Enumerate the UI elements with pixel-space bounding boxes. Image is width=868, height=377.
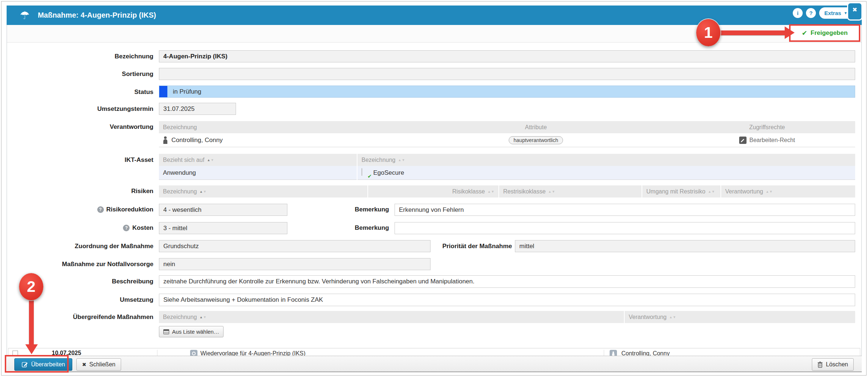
close-button[interactable]: ✖ <box>847 2 862 21</box>
ikt-row-asset[interactable]: ✔ EgoSecure <box>357 166 855 180</box>
help-button[interactable]: ? <box>806 8 816 18</box>
schliessen-button[interactable]: ✖ Schließen <box>76 358 121 371</box>
wiedervorlage-icon <box>190 350 197 356</box>
sort-icons: ▲▼ <box>487 190 494 193</box>
green-check-icon: ✔ <box>367 173 372 179</box>
notfallvorsorge-input[interactable]: nein <box>159 258 431 270</box>
sort-icons: ▲▼ <box>200 190 207 193</box>
sortierung-label: Sortierung <box>7 70 153 78</box>
column-divider <box>604 350 604 356</box>
wiedervorlage-title: Wiedervorlage für 4-Augen-Prinzip (IKS) <box>200 350 305 356</box>
prioritaet-label: Priorität der Maßnahme <box>402 243 512 250</box>
question-circle-icon[interactable]: ? <box>97 206 104 213</box>
attribute-pill: hauptverantwortlich <box>509 136 563 144</box>
released-status-annotation-box: ✔ Freigegeben <box>789 24 860 42</box>
status-value: in Prüfung <box>173 88 201 95</box>
verantwortung-attribute-cell: hauptverantwortlich <box>488 133 584 147</box>
released-status-badge: Freigegeben <box>811 29 848 37</box>
annotation-arrow-2-shaft <box>29 298 34 345</box>
kosten-label: ? Kosten <box>7 224 153 232</box>
loeschen-label: Löschen <box>826 361 848 368</box>
ikt-col-bezeichnung[interactable]: Bezeichnung ▲▼ <box>357 154 855 166</box>
uebergreifend-col-bezeichnung[interactable]: Bezeichnung ▲▼ <box>159 311 624 323</box>
check-icon: ✔ <box>802 29 807 37</box>
list-icon <box>163 329 169 334</box>
sort-icons: ▲▼ <box>398 158 405 162</box>
row-checkbox[interactable] <box>12 351 18 356</box>
measure-dialog-screen: ☂ Maßnahme: 4-Augen-Prinzip (IKS) i ? Ex… <box>0 0 868 377</box>
wiedervorlage-row-clipped[interactable]: 10.07.2025 Wiedervorlage für 4-Augen-Pri… <box>8 348 860 356</box>
risiken-col-risikoklasse[interactable]: Risikoklasse ▲▼ <box>368 185 498 197</box>
annotation-arrow-2-head <box>25 344 38 354</box>
ueberarbeiten-button[interactable]: Überarbeiten <box>14 358 72 371</box>
umsetzungstermin-input[interactable]: 31.07.2025 <box>159 103 236 115</box>
zuordnung-input[interactable]: Grundschutz <box>159 240 431 252</box>
dialog-titlebar: ☂ Maßnahme: 4-Augen-Prinzip (IKS) <box>7 6 862 25</box>
edit-right-icon <box>739 137 747 144</box>
verantwortung-col-zugriffsrechte: Zugriffsrechte <box>719 121 815 133</box>
column-divider <box>157 350 157 356</box>
loeschen-button[interactable]: Löschen <box>812 358 854 371</box>
verantwortung-col-bezeichnung: Bezeichnung <box>163 124 197 131</box>
info-icon: i <box>797 10 798 16</box>
sort-icons: ▲▼ <box>669 315 676 319</box>
risiken-col-umgang[interactable]: Umgang mit Restrisiko ▲▼ <box>642 185 720 197</box>
zuordnung-label: Zuordnung der Maßnahme <box>7 243 153 250</box>
extras-label: Extras <box>824 10 841 16</box>
bemerkung-label-1: Bemerkung <box>316 206 389 213</box>
risiken-col-verantwortung[interactable]: Verantwortung ▲▼ <box>721 185 855 197</box>
beschreibung-input[interactable]: zeitnahe Durchführung der Kontrolle zur … <box>159 275 855 288</box>
notfallvorsorge-label: Maßnahme zur Notfallvorsorge <box>7 261 153 268</box>
risikoreduktion-bemerkung-input[interactable]: Erkennung von Fehlern <box>395 204 855 216</box>
edit-icon <box>22 361 28 368</box>
aus-liste-waehlen-label: Aus Liste wählen… <box>172 329 219 335</box>
status-label: Status <box>7 88 153 96</box>
bezeichnung-input[interactable]: 4-Augen-Prinzip (IKS) <box>159 50 855 62</box>
bezeichnung-label: Bezeichnung <box>7 53 153 60</box>
umsetzung-input[interactable]: Siehe Arbeitsanweisung + Dokumentation i… <box>159 294 855 306</box>
kosten-bemerkung-input[interactable] <box>395 222 855 234</box>
ikt-row-typ[interactable]: Anwendung <box>159 166 357 180</box>
aus-liste-waehlen-button[interactable]: Aus Liste wählen… <box>159 326 224 337</box>
ikt-col-bezieht[interactable]: Bezieht sich auf ▲▼ <box>159 154 357 166</box>
risikoreduktion-input[interactable]: 4 - wesentlich <box>159 204 287 216</box>
verantwortung-person: Controlling, Conny <box>171 137 223 144</box>
help-icon: ? <box>809 10 813 16</box>
info-button[interactable]: i <box>793 8 803 18</box>
schliessen-label: Schließen <box>89 361 115 368</box>
umbrella-icon: ☂ <box>20 10 30 21</box>
dialog-title: Maßnahme: 4-Augen-Prinzip (IKS) <box>38 11 156 19</box>
dialog-footer: Überarbeiten ✖ Schließen Löschen <box>7 356 862 372</box>
status-color-square <box>159 86 167 97</box>
kosten-input[interactable]: 3 - mittel <box>159 222 287 234</box>
verantwortung-col-attribute: Attribute <box>488 121 584 133</box>
person-icon <box>163 136 168 144</box>
sort-icons: ▲▼ <box>207 158 214 162</box>
verantwortung-recht-cell: Bearbeiten-Recht <box>719 133 815 147</box>
sort-icons: ▲▼ <box>548 190 555 193</box>
wiedervorlage-date: 10.07.2025 <box>52 350 81 356</box>
question-circle-icon[interactable]: ? <box>123 225 130 231</box>
annotation-arrow-1-shaft <box>720 30 785 35</box>
verantwortung-label: Verantwortung <box>7 123 153 131</box>
ikt-asset-name: EgoSecure <box>373 169 404 177</box>
application-icon: ✔ <box>362 168 370 177</box>
sortierung-input[interactable] <box>159 68 855 80</box>
sort-icons: ▲▼ <box>766 190 773 193</box>
risikoreduktion-label: ? Risikoreduktion <box>7 206 153 213</box>
x-icon: ✖ <box>82 362 87 367</box>
trash-icon <box>817 362 823 368</box>
prioritaet-input[interactable]: mittel <box>515 240 855 252</box>
person-small-icon <box>610 350 617 356</box>
annotation-callout-2: 2 <box>19 273 43 300</box>
sort-icons: ▲▼ <box>708 190 715 193</box>
status-field[interactable]: in Prüfung <box>159 86 855 98</box>
ikt-asset-label: IKT-Asset <box>7 156 153 164</box>
uebergreifend-col-verantwortung[interactable]: Verantwortung ▲▼ <box>625 311 855 323</box>
ueberarbeiten-label: Überarbeiten <box>31 361 65 368</box>
risiken-col-restrisikoklasse[interactable]: Restrisikoklasse ▲▼ <box>499 185 642 197</box>
uebergreifende-label: Übergreifende Maßnahmen <box>7 313 153 321</box>
bemerkung-label-2: Bemerkung <box>316 224 389 232</box>
sort-icons: ▲▼ <box>200 315 207 319</box>
risiken-col-bezeichnung[interactable]: Bezeichnung ▲▼ <box>159 185 367 197</box>
